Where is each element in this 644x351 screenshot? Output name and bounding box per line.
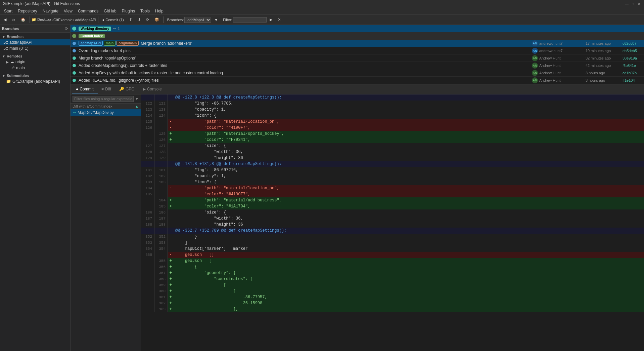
commit-index-row[interactable]: Commit index — [71, 32, 644, 40]
diff-line: 354354 mapDict['marker'] = marker — [141, 246, 644, 252]
maximize-button[interactable]: □ — [631, 1, 635, 6]
diff-line-sign: - — [168, 119, 173, 125]
branch-item-main[interactable]: ⎇ main (0↑1) — [0, 45, 70, 51]
diff-line: @@ -122,8 +122,8 @@ def createMapSetting… — [141, 94, 644, 101]
menu-repository[interactable]: Repository — [15, 8, 40, 14]
diff-line-sign — [168, 149, 173, 155]
pull-button[interactable]: ⬇ — [135, 16, 143, 23]
diff-line-num1 — [141, 228, 154, 234]
avatar: AN — [532, 77, 538, 83]
commit-row[interactable]: Added MapDev.py with default functions f… — [71, 69, 644, 77]
diff-line: 128128 "width": 36, — [141, 149, 644, 155]
path-desktop[interactable]: 📁 Desktop — [32, 17, 51, 22]
tab-gpg[interactable]: 🔑 GPG — [115, 85, 139, 93]
toolbar-home-button[interactable]: 🏠 — [18, 16, 28, 23]
commit-message: Merge branch 'topoMapOptions' — [79, 56, 532, 61]
submodule-item[interactable]: 📁 GitExample (addMapsAPI) — [0, 78, 70, 84]
remote-item-origin[interactable]: ▶ ☁ origin — [0, 59, 70, 65]
commit-row[interactable]: Merge branch 'topoMapOptions'ANAndrew Hu… — [71, 54, 644, 62]
diff-line-sign: + — [168, 197, 173, 203]
menu-tools[interactable]: Tools — [138, 8, 152, 14]
branch-item-addmapsapi[interactable]: ⎇ addMapsAPI — [0, 39, 70, 45]
commit-author: ANAndrew Hunt — [532, 70, 586, 76]
diff-line-num1: 127 — [141, 143, 154, 149]
file-list-panel: ▼ Diff with a/Commit index ▲ ✏MapDev/Map… — [71, 94, 141, 351]
sidebar: Branches ⟳ ▼ Branches ⎇ addMapsAPI ⎇ mai… — [0, 25, 71, 351]
diff-line-num2: 360 — [154, 288, 168, 294]
file-list-item[interactable]: ✏MapDev/MapDev.py — [71, 109, 141, 116]
toolbar-refresh-button[interactable]: 🗂 — [9, 17, 18, 23]
file-filter-dropdown-icon[interactable]: ▼ — [135, 97, 139, 101]
diff-line-num2 — [154, 161, 168, 167]
diff-line-num1 — [141, 306, 154, 312]
branch-filter-button[interactable]: ▼ — [212, 17, 220, 23]
filter-label: Filter: — [223, 18, 232, 22]
menu-start[interactable]: Start — [1, 8, 15, 14]
toolbar-separator-2 — [98, 16, 98, 23]
app-title: GitExample (addMapsAPI) - Git Extensions — [3, 1, 80, 6]
commit-row[interactable]: addMapsAPImainorigin/mainMerge branch 'a… — [71, 40, 644, 47]
path-addmapsapi[interactable]: addMapsAPI — [75, 18, 96, 22]
tab-commit[interactable]: ● Commit — [72, 85, 98, 93]
diff-line-sign — [168, 246, 173, 252]
menu-view[interactable]: View — [61, 8, 75, 14]
stash-button[interactable]: 📦 — [152, 16, 162, 23]
remotes-section-header[interactable]: ▼ Remotes — [0, 53, 70, 59]
remote-item-main[interactable]: ⎇ main — [0, 65, 70, 71]
filter-input[interactable] — [233, 17, 267, 23]
author-name: andrewdhunt7 — [539, 41, 563, 45]
file-filter-input[interactable] — [73, 96, 134, 102]
sidebar-refresh-icon[interactable]: ⟳ — [65, 26, 68, 31]
avatar: AN — [532, 70, 538, 76]
main-layout: Branches ⟳ ▼ Branches ⎇ addMapsAPI ⎇ mai… — [0, 25, 644, 351]
diff-line-code: @@ -122,8 +122,8 @@ def createMapSetting… — [173, 94, 644, 101]
menu-github[interactable]: GitHub — [101, 8, 119, 14]
sidebar-title: Branches — [2, 27, 19, 31]
tab-console[interactable]: ▶ Console — [139, 85, 166, 93]
minimize-button[interactable]: — — [625, 1, 629, 6]
path-gitexample[interactable]: GitExample — [53, 18, 73, 22]
working-directory-row[interactable]: Working directory ✏ 1 — [71, 25, 644, 32]
title-bar: GitExample (addMapsAPI) - Git Extensions… — [0, 0, 644, 7]
branches-select[interactable]: addMapsAPI — [184, 17, 211, 23]
diff-header-toggle[interactable]: ▲ — [135, 104, 139, 108]
graph-col — [72, 42, 79, 45]
diff-line: 181181 "lng": -86.697216, — [141, 167, 644, 173]
submodules-section-header[interactable]: ▼ Submodules — [0, 72, 70, 78]
diff-line: 185+ "color": "#1A1704", — [141, 203, 644, 209]
commit-row[interactable]: Overriding markers for 4 pinsANandrewdhu… — [71, 47, 644, 54]
diff-line-code: { — [173, 264, 644, 270]
push-button[interactable]: ⬆ — [127, 16, 135, 23]
filter-apply-button[interactable]: ▶ — [267, 16, 275, 23]
menu-navigate[interactable]: Navigate — [40, 8, 61, 14]
commit-row[interactable]: Added createMapSettings(), controls + ra… — [71, 62, 644, 69]
close-button[interactable]: ✕ — [637, 1, 641, 6]
commit-message: Merge branch 'add4Markers' — [141, 41, 532, 46]
commit-row[interactable]: Added README.md, .gitignore (Python) fil… — [71, 77, 644, 84]
remote-origin-icon: ☁ — [10, 60, 14, 64]
menu-commands[interactable]: Commands — [75, 8, 101, 14]
commit-button[interactable]: ● Commit (1) — [100, 17, 126, 23]
diff-line-code: "color": "#4190F7", — [173, 125, 644, 131]
diff-line: 352352 } — [141, 234, 644, 240]
diff-line: 359+ [ — [141, 282, 644, 288]
diff-line-num1 — [141, 131, 154, 137]
commit-tag: origin/main — [117, 41, 139, 46]
commit-hash: eb5deb5 — [623, 49, 643, 53]
diff-line-num2: 123 — [154, 107, 168, 113]
diff-line: 122122 "lng": -86.7785, — [141, 101, 644, 107]
diff-line-num2: 127 — [154, 143, 168, 149]
fetch-button[interactable]: ⟳ — [144, 16, 151, 23]
author-name: Andrew Hunt — [539, 64, 561, 68]
diff-line-num1: 123 — [141, 107, 154, 113]
diff-line-num1: 125 — [141, 119, 154, 125]
branches-section-header[interactable]: ▼ Branches — [0, 33, 70, 39]
toolbar-back-button[interactable]: ◀ — [1, 16, 9, 23]
tab-diff[interactable]: ≠ Diff — [98, 85, 115, 93]
menu-plugins[interactable]: Plugins — [119, 8, 138, 14]
wd-graph-col — [72, 27, 79, 31]
menu-help[interactable]: Help — [152, 8, 166, 14]
filter-clear-button[interactable]: ✕ — [275, 16, 283, 23]
diff-line-num1 — [141, 276, 154, 282]
diff-line-sign — [168, 173, 173, 179]
